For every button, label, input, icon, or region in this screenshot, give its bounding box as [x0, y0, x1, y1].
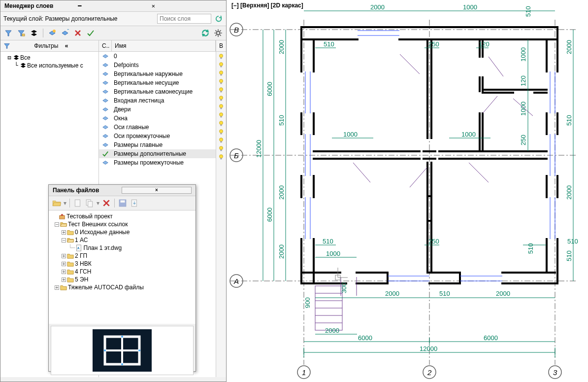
copy-file-button[interactable] — [85, 198, 95, 208]
lightbulb-on-icon[interactable] — [218, 129, 225, 136]
refresh-button[interactable] — [214, 14, 223, 23]
lightbulb-on-icon[interactable] — [218, 104, 225, 110]
expand-button[interactable]: − — [55, 222, 59, 227]
lightbulb-on-icon[interactable] — [218, 53, 225, 60]
filters-collapse-button[interactable]: « — [65, 42, 96, 49]
layer-row[interactable]: Вертикальные самонесущие — [99, 87, 216, 96]
filters-tree[interactable]: ⊟ Все └ Все используемые с — [0, 52, 98, 71]
folder-item[interactable]: + 3 НВК — [51, 260, 194, 268]
new-file-button[interactable] — [73, 198, 83, 208]
svg-marker-26 — [103, 161, 108, 165]
layer-row[interactable]: Размеры главные — [99, 140, 216, 149]
lightbulb-on-icon[interactable] — [218, 78, 225, 85]
svg-marker-15 — [103, 55, 108, 58]
lightbulb-on-icon[interactable] — [218, 62, 225, 69]
layer-row[interactable]: Окна — [99, 114, 216, 123]
files-panel-titlebar[interactable]: Панель файлов × — [49, 185, 196, 196]
layer-row[interactable]: Вертикальные несущие — [99, 78, 216, 87]
expand-button[interactable]: + — [62, 278, 66, 282]
new-layer-freeze-button[interactable]: * — [60, 28, 70, 38]
new-filter-button[interactable] — [3, 28, 13, 38]
svg-line-111 — [353, 163, 370, 182]
open-project-button[interactable] — [52, 198, 62, 208]
lightbulb-on-icon[interactable] — [218, 95, 225, 102]
layer-row[interactable]: Размеры промежуточные — [99, 158, 216, 167]
files-panel[interactable]: Панель файлов × ▾ ▾ Тестовый проект− Тес… — [48, 184, 196, 372]
expand-button[interactable]: + — [62, 230, 66, 235]
lightbulb-on-icon[interactable] — [218, 87, 225, 94]
expand-button[interactable]: + — [62, 270, 66, 274]
files-tree[interactable]: Тестовый проект− Тест Внешних ссылок+ 0 … — [49, 210, 196, 324]
expand-icon[interactable]: ⊟ — [6, 54, 12, 61]
lightbulb-on-icon[interactable] — [218, 120, 225, 127]
expand-button[interactable]: + — [62, 254, 66, 258]
col-on[interactable]: В — [216, 40, 226, 52]
expand-button[interactable]: − — [62, 238, 66, 243]
folder-heavy[interactable]: + Тяжелые AUTOCAD файлы — [51, 283, 194, 291]
project-root[interactable]: Тестовый проект — [51, 212, 194, 220]
svg-text:6000: 6000 — [484, 334, 498, 342]
svg-rect-59 — [60, 215, 65, 219]
layer-row[interactable]: Оси главные — [99, 123, 216, 132]
dropdown-icon[interactable]: ▾ — [97, 200, 99, 207]
set-current-button[interactable] — [86, 28, 96, 38]
expand-button[interactable]: + — [55, 285, 59, 290]
settings-button[interactable] — [213, 28, 223, 38]
folder-item[interactable]: + 2 ГП — [51, 252, 194, 260]
file-item[interactable]: └─ План 1 эт.dwg — [51, 244, 194, 252]
folder-item[interactable]: + 0 Исходные данные — [51, 228, 194, 236]
layer-row[interactable]: Вертикальные наружные — [99, 69, 216, 78]
layer-panel-titlebar[interactable]: Менеджер слоев ━ ✕ — [0, 0, 226, 12]
expand-button[interactable]: + — [62, 262, 66, 266]
new-group-filter-button[interactable] — [16, 28, 26, 38]
delete-file-button[interactable] — [101, 198, 111, 208]
filter-row-used[interactable]: └ Все используемые с — [1, 62, 98, 69]
layers-rows[interactable]: 0DefpointsВертикальные наружныеВертикаль… — [99, 52, 216, 167]
save-button[interactable] — [118, 198, 128, 208]
dropdown-icon[interactable]: ▾ — [64, 200, 66, 207]
layer-row[interactable]: Оси промежуточные — [99, 132, 216, 140]
svg-text:6000: 6000 — [266, 82, 273, 96]
drawing-canvas[interactable]: В Б А 1 2 3 — [228, 0, 588, 382]
filter-row-all[interactable]: ⊟ Все — [1, 54, 98, 62]
layer-row[interactable]: Размеры дополнительные — [99, 149, 216, 158]
layer-row[interactable]: Входная лестница — [99, 96, 216, 105]
lightbulb-on-icon[interactable] — [218, 112, 225, 119]
lightbulb-on-icon[interactable] — [218, 154, 225, 161]
svg-text:12000: 12000 — [420, 345, 437, 352]
layer-row[interactable]: Двери — [99, 105, 216, 114]
folder-item[interactable]: + 4 ГСН — [51, 268, 194, 276]
svg-text:120: 120 — [479, 40, 490, 48]
new-layer-button[interactable] — [47, 28, 57, 38]
drawing-viewport[interactable]: [–] [Верхняя] [2D каркас] В Б А 1 2 3 — [228, 0, 588, 382]
svg-rect-40 — [220, 108, 222, 109]
svg-point-37 — [220, 96, 223, 100]
layer-row[interactable]: 0 — [99, 52, 216, 61]
svg-text:510: 510 — [567, 238, 578, 245]
svg-text:510: 510 — [565, 250, 573, 261]
svg-text:2000: 2000 — [278, 40, 285, 54]
lightbulb-on-icon[interactable] — [218, 137, 225, 144]
svg-text:Б: Б — [234, 151, 239, 160]
col-status[interactable]: С.. — [99, 40, 112, 51]
layer-row[interactable]: Defpoints — [99, 61, 216, 69]
refresh-list-button[interactable] — [200, 28, 210, 38]
layer-states-button[interactable] — [29, 28, 39, 38]
svg-rect-46 — [220, 133, 222, 135]
folder-root[interactable]: − Тест Внешних ссылок — [51, 220, 194, 228]
svg-marker-21 — [103, 108, 108, 111]
svg-rect-28 — [220, 58, 222, 59]
folder-item[interactable]: − 1 АС — [51, 236, 194, 244]
lightbulb-on-icon[interactable] — [218, 70, 225, 77]
col-name[interactable]: Имя — [112, 40, 216, 51]
svg-text:1000: 1000 — [463, 3, 477, 11]
layer-icon — [99, 106, 112, 113]
import-button[interactable] — [130, 198, 139, 208]
files-panel-close-button[interactable]: × — [122, 187, 192, 194]
layer-search-input[interactable] — [157, 14, 211, 24]
minimize-button[interactable]: ━ — [78, 2, 148, 9]
delete-layer-button[interactable] — [73, 28, 83, 38]
lightbulb-on-icon[interactable] — [218, 145, 225, 152]
folder-item[interactable]: + 5 ЭН — [51, 276, 194, 283]
close-button[interactable]: ✕ — [152, 2, 222, 9]
